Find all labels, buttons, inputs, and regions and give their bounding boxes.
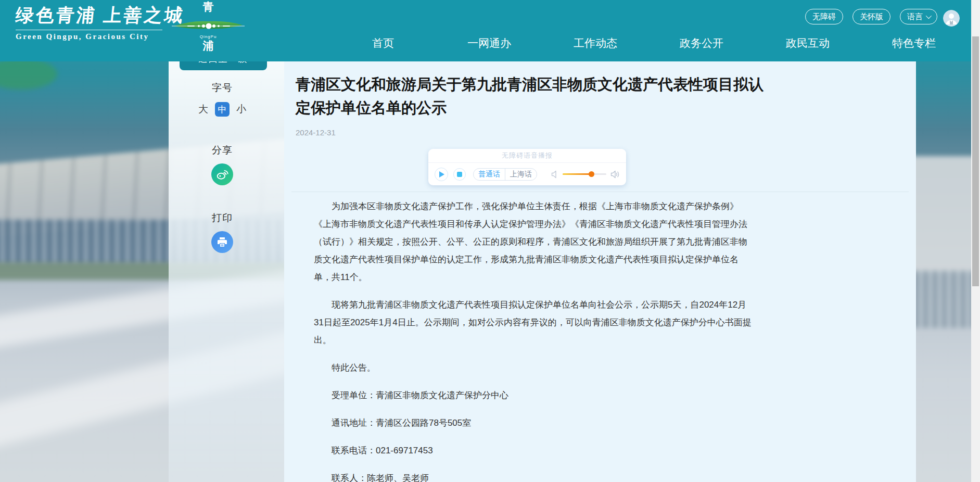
scrollbar-track[interactable]: [971, 0, 980, 482]
printer-icon: [216, 236, 228, 248]
share-weibo-button[interactable]: [211, 163, 233, 185]
page: 返回上一级 绿色青浦 上善之城 Green Qingpu, Gracious C…: [0, 0, 980, 482]
nav-item-onestop[interactable]: 一网通办: [436, 31, 542, 55]
site-header: 绿色青浦 上善之城 Green Qingpu, Gracious City 青 …: [0, 0, 971, 61]
chevron-down-icon: [926, 13, 932, 19]
font-size-label: 字号: [175, 81, 269, 95]
header-quick-links: 无障碍 关怀版 语言: [805, 9, 937, 24]
qingpu-emblem: 青 QingPu 浦: [172, 0, 245, 61]
island-icon: [172, 19, 245, 32]
main-nav: 首页 一网通办 工作动态 政务公开 政民互动 特色专栏: [330, 31, 967, 55]
accessibility-label: 无障碍: [812, 12, 836, 22]
audio-player-title: 无障碍语音播报: [428, 149, 626, 163]
care-version-button[interactable]: 关怀版: [852, 9, 890, 24]
font-size-small-button[interactable]: 小: [236, 103, 246, 116]
volume-slider[interactable]: [563, 173, 606, 175]
content-divider: [291, 192, 909, 192]
article-paragraph: 联系人：陈老师、吴老师: [314, 470, 755, 482]
weibo-icon: [215, 168, 229, 181]
font-size-large-button[interactable]: 大: [198, 103, 208, 116]
audio-player: 无障碍语音播报 普通话 上海话: [428, 149, 626, 185]
article-paragraph: 为加强本区非物质文化遗产保护工作，强化保护单位主体责任，根据《上海市非物质文化遗…: [314, 198, 755, 286]
site-logo[interactable]: 绿色青浦 上善之城 Green Qingpu, Gracious City: [16, 3, 172, 41]
nav-item-gov-info[interactable]: 政务公开: [648, 31, 755, 55]
stop-button[interactable]: [453, 168, 466, 181]
scrollbar-thumb[interactable]: [972, 36, 979, 286]
volume-fill: [563, 173, 591, 175]
audio-player-controls: 普通话 上海话: [428, 163, 626, 185]
emblem-romanized: QingPu: [172, 34, 245, 40]
article-paragraph: 联系电话：021-69717453: [314, 442, 755, 460]
nav-item-work-news[interactable]: 工作动态: [542, 31, 648, 55]
play-icon: [439, 171, 444, 177]
article-body: 为加强本区非物质文化遗产保护工作，强化保护单位主体责任，根据《上海市非物质文化遗…: [314, 198, 755, 482]
user-avatar[interactable]: [943, 10, 960, 27]
print-button[interactable]: [211, 231, 233, 253]
volume-high-icon: [610, 170, 620, 179]
tab-mandarin[interactable]: 普通话: [474, 169, 505, 180]
content-panel: 青浦区文化和旅游局关于第九批青浦区非物质文化遗产代表性项目拟认定保护单位名单的公…: [284, 61, 916, 482]
volume-low-icon: [551, 170, 558, 179]
care-version-label: 关怀版: [860, 12, 883, 22]
article-paragraph: 现将第九批青浦区非物质文化遗产代表性项目拟认定保护单位名单向社会公示，公示期5天…: [314, 296, 755, 349]
slogan-chinese: 绿色青浦 上善之城: [15, 3, 173, 28]
article-title: 青浦区文化和旅游局关于第九批青浦区非物质文化遗产代表性项目拟认定保护单位名单的公…: [296, 73, 774, 120]
article-date: 2024-12-31: [296, 128, 336, 137]
stop-icon: [457, 172, 462, 177]
share-label: 分享: [175, 144, 269, 157]
nav-item-special[interactable]: 特色专栏: [861, 31, 967, 55]
play-button[interactable]: [435, 168, 448, 181]
nav-item-interaction[interactable]: 政民互动: [755, 31, 861, 55]
article-paragraph: 受理单位：青浦区非物质文化遗产保护分中心: [314, 387, 755, 404]
emblem-char-bottom: 浦: [172, 40, 245, 52]
volume-control: [551, 170, 620, 179]
slogan-divider: [16, 30, 162, 30]
font-size-options: 大 中 小: [175, 102, 269, 117]
nav-item-home[interactable]: 首页: [330, 31, 436, 55]
article-paragraph: 特此公告。: [314, 359, 755, 377]
sidebar-tools: 字号 大 中 小 分享 打印: [175, 61, 269, 253]
print-label: 打印: [175, 211, 269, 225]
voice-language-tabs: 普通话 上海话: [473, 168, 537, 181]
background-trees: [0, 58, 57, 90]
emblem-char-top: 青: [172, 0, 245, 14]
article-paragraph: 通讯地址：青浦区公园路78号505室: [314, 414, 755, 432]
volume-knob[interactable]: [589, 171, 594, 177]
slogan-english: Green Qingpu, Gracious City: [16, 32, 172, 41]
accessibility-button[interactable]: 无障碍: [805, 9, 843, 24]
language-label: 语言: [907, 12, 923, 22]
font-size-medium-button[interactable]: 中: [215, 102, 230, 117]
language-dropdown[interactable]: 语言: [900, 9, 937, 24]
tab-shanghainese[interactable]: 上海话: [505, 169, 537, 180]
